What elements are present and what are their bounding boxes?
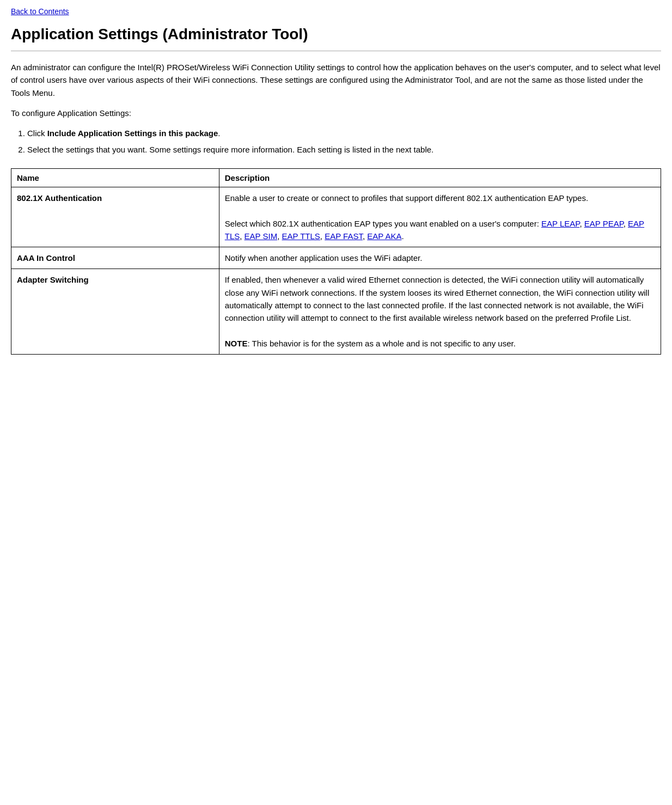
eap-link[interactable]: EAP TTLS [282, 231, 320, 241]
cell-description: Enable a user to create or connect to pr… [219, 187, 661, 247]
eap-link[interactable]: EAP FAST [325, 231, 363, 241]
step1-bold: Include Application Settings in this pac… [47, 129, 218, 138]
eap-link[interactable]: EAP SIM [245, 231, 278, 241]
col-description-header: Description [219, 169, 661, 187]
divider [11, 51, 661, 51]
eap-link[interactable]: EAP AKA [367, 231, 401, 241]
eap-link[interactable]: EAP PEAP [584, 219, 624, 228]
cell-name: 802.1X Authentication [11, 187, 219, 247]
back-to-contents-link[interactable]: Back to Contents [11, 7, 69, 16]
eap-link[interactable]: EAP LEAP [541, 219, 579, 228]
step1-suffix: . [218, 129, 220, 138]
steps-list: Click Include Application Settings in th… [27, 127, 661, 156]
cell-name: Adapter Switching [11, 269, 219, 355]
table-header-row: Name Description [11, 169, 661, 187]
step1-prefix: Click [27, 129, 47, 138]
intro-paragraph: An administrator can configure the Intel… [11, 61, 661, 99]
step-1: Click Include Application Settings in th… [27, 127, 661, 140]
cell-name: AAA In Control [11, 247, 219, 269]
table-row: AAA In ControlNotify when another applic… [11, 247, 661, 269]
col-name-header: Name [11, 169, 219, 187]
cell-description: Notify when another application uses the… [219, 247, 661, 269]
page-title: Application Settings (Administrator Tool… [11, 26, 661, 43]
configure-label: To configure Application Settings: [11, 107, 661, 119]
note-bold: NOTE [225, 339, 248, 348]
table-row: Adapter SwitchingIf enabled, then whenev… [11, 269, 661, 355]
table-row: 802.1X AuthenticationEnable a user to cr… [11, 187, 661, 247]
settings-table: Name Description 802.1X AuthenticationEn… [11, 168, 661, 355]
cell-description: If enabled, then whenever a valid wired … [219, 269, 661, 355]
step-2: Select the settings that you want. Some … [27, 143, 661, 156]
